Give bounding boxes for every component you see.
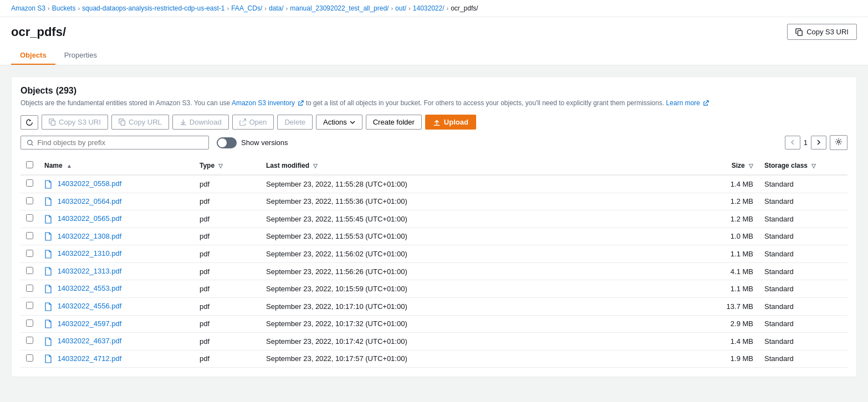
actions-button[interactable]: Actions (316, 115, 362, 130)
breadcrumb-14032022[interactable]: 14032022/ (413, 4, 445, 12)
copy-s3-uri-label: Copy S3 URI (59, 118, 101, 126)
copy-url-icon (119, 118, 126, 126)
file-link[interactable]: 14032022_4597.pdf (58, 319, 122, 328)
select-all-header (21, 157, 39, 175)
file-icon (44, 232, 52, 241)
row-type-cell: pdf (194, 315, 261, 333)
search-input[interactable] (37, 138, 203, 147)
create-folder-button[interactable]: Create folder (366, 115, 422, 130)
objects-header: Objects (293) Objects are the fundamenta… (21, 86, 847, 108)
file-link[interactable]: 14032022_0558.pdf (58, 179, 122, 188)
pagination-prev[interactable] (785, 136, 800, 150)
row-checkbox[interactable] (26, 197, 33, 204)
download-button[interactable]: Download (172, 115, 229, 130)
row-checkbox[interactable] (26, 267, 33, 274)
storage-class-column-header[interactable]: Storage class ▽ (759, 157, 847, 175)
upload-button[interactable]: Upload (425, 115, 476, 130)
type-column-header[interactable]: Type ▽ (194, 157, 261, 175)
row-checkbox[interactable] (26, 214, 33, 221)
upload-label: Upload (444, 118, 468, 126)
svg-point-3 (28, 140, 32, 145)
page-title: ocr_pdfs/ (11, 25, 66, 39)
table-row: 14032022_4597.pdf pdf September 23, 2022… (21, 315, 847, 333)
breadcrumb-buckets[interactable]: Buckets (52, 4, 76, 12)
file-link[interactable]: 14032022_4712.pdf (58, 354, 122, 363)
table-row: 14032022_0564.pdf pdf September 23, 2022… (21, 193, 847, 210)
row-name-cell: 14032022_4553.pdf (39, 280, 194, 298)
tab-properties[interactable]: Properties (55, 47, 106, 65)
breadcrumb-s3[interactable]: Amazon S3 (11, 4, 45, 12)
file-icon (44, 197, 52, 206)
row-storage-class-cell: Standard (759, 315, 847, 333)
inventory-link[interactable]: Amazon S3 inventory (232, 99, 295, 107)
show-versions-toggle-row: Show versions (217, 137, 288, 148)
copy-url-button[interactable]: Copy URL (111, 115, 169, 130)
row-checkbox[interactable] (26, 337, 33, 344)
row-modified-cell: September 23, 2022, 11:55:36 (UTC+01:00) (261, 193, 692, 210)
breadcrumb-data[interactable]: data/ (269, 4, 284, 12)
pagination-next[interactable] (811, 136, 826, 150)
size-column-header[interactable]: Size ▽ (692, 157, 759, 175)
file-link[interactable]: 14032022_4637.pdf (58, 337, 122, 345)
breadcrumb-bucket-name[interactable]: squad-dataops-analysis-restricted-cdp-us… (82, 4, 224, 12)
row-modified-cell: September 23, 2022, 11:55:45 (UTC+01:00) (261, 210, 692, 228)
file-link[interactable]: 14032022_1308.pdf (58, 232, 122, 240)
search-versions-row: Show versions 1 (21, 135, 847, 150)
file-icon (44, 285, 52, 293)
main-content: Objects (293) Objects are the fundamenta… (0, 65, 868, 388)
file-link[interactable]: 14032022_1310.pdf (58, 249, 122, 257)
row-checkbox[interactable] (26, 354, 33, 362)
file-icon (44, 250, 52, 259)
toolbar: Copy S3 URI Copy URL Download Open Delet… (21, 115, 847, 130)
refresh-button[interactable] (21, 115, 38, 130)
row-modified-cell: September 23, 2022, 11:56:26 (UTC+01:00) (261, 262, 692, 280)
row-checkbox[interactable] (26, 302, 33, 309)
table-settings-button[interactable] (830, 135, 847, 150)
row-checkbox[interactable] (26, 179, 33, 187)
breadcrumb-out[interactable]: out/ (395, 4, 406, 12)
search-icon (27, 139, 34, 147)
tab-objects[interactable]: Objects (11, 47, 55, 65)
breadcrumb-manual[interactable]: manual_23092022_test_all_pred/ (290, 4, 389, 12)
table-row: 14032022_1308.pdf pdf September 23, 2022… (21, 228, 847, 245)
open-button[interactable]: Open (232, 115, 274, 130)
row-name-cell: 14032022_0565.pdf (39, 210, 194, 228)
row-storage-class-cell: Standard (759, 210, 847, 228)
learn-more-link[interactable]: Learn more (666, 99, 700, 107)
copy-s3-uri-header-button[interactable]: Copy S3 URI (787, 24, 857, 40)
row-checkbox[interactable] (26, 250, 33, 257)
row-size-cell: 2.9 MB (692, 315, 759, 333)
row-checkbox[interactable] (26, 232, 33, 239)
download-icon (180, 118, 187, 126)
show-versions-toggle[interactable] (217, 137, 237, 148)
file-icon (44, 215, 52, 224)
row-storage-class-cell: Standard (759, 350, 847, 368)
row-checkbox-cell (21, 210, 39, 228)
file-link[interactable]: 14032022_1313.pdf (58, 267, 122, 275)
row-storage-class-cell: Standard (759, 245, 847, 263)
select-all-checkbox[interactable] (26, 161, 33, 168)
row-checkbox[interactable] (26, 319, 33, 327)
row-checkbox[interactable] (26, 285, 33, 292)
objects-table: Name ▲ Type ▽ Last modified ▽ Size ▽ (21, 157, 847, 368)
row-type-cell: pdf (194, 210, 261, 228)
row-type-cell: pdf (194, 350, 261, 368)
copy-s3-icon (49, 118, 56, 126)
file-link[interactable]: 14032022_4553.pdf (58, 284, 122, 292)
name-column-header[interactable]: Name ▲ (39, 157, 194, 175)
row-modified-cell: September 23, 2022, 10:15:59 (UTC+01:00) (261, 280, 692, 298)
page-header: ocr_pdfs/ Copy S3 URI Objects Properties (0, 17, 868, 65)
breadcrumb-faa[interactable]: FAA_CDs/ (231, 4, 262, 12)
table-row: 14032022_4556.pdf pdf September 23, 2022… (21, 297, 847, 315)
delete-button[interactable]: Delete (277, 115, 313, 130)
copy-s3-uri-toolbar-button[interactable]: Copy S3 URI (42, 115, 108, 130)
modified-column-header[interactable]: Last modified ▽ (261, 157, 692, 175)
row-size-cell: 1.2 MB (692, 210, 759, 228)
file-link[interactable]: 14032022_0565.pdf (58, 214, 122, 223)
row-type-cell: pdf (194, 280, 261, 298)
search-box (21, 136, 209, 150)
file-link[interactable]: 14032022_0564.pdf (58, 197, 122, 205)
row-name-cell: 14032022_4712.pdf (39, 350, 194, 368)
tabs: Objects Properties (11, 47, 857, 65)
file-link[interactable]: 14032022_4556.pdf (58, 302, 122, 310)
